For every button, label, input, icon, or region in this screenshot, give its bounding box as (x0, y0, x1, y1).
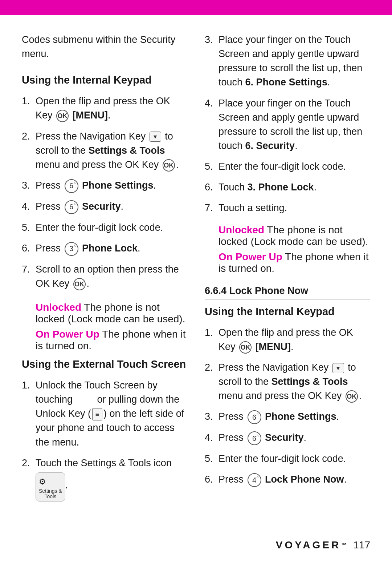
list-item: 6. Touch 3. Phone Lock. (205, 180, 370, 194)
ok-key-icon: OK (163, 159, 175, 172)
trademark: ™ (341, 542, 349, 548)
gear-icon: ⚙ (39, 477, 46, 486)
settings-tools-icon: ⚙ Settings &Tools (36, 472, 65, 501)
brand-name: VOYAGER (276, 539, 341, 551)
list-item: 2. Press the Navigation Key ▾ to scroll … (22, 129, 187, 172)
list-item: 3. Place your finger on the Touch Screen… (205, 33, 370, 90)
ok-key-icon: OK (56, 110, 69, 122)
ok-key-icon: OK (73, 278, 86, 290)
list-item: 5. Enter the four-digit lock code. (205, 452, 370, 466)
unlock-key-icon: ≡ (92, 408, 102, 420)
list-item: 7. Touch a setting. (205, 201, 370, 215)
list-item: 6. Press 4^ Lock Phone Now. (205, 472, 370, 487)
list-item: 3. Press 6^ Phone Settings. (22, 178, 187, 193)
internal-keypad-list: 1. Open the flip and press the OK Key OK… (22, 94, 187, 291)
footer: VOYAGER™ 117 (0, 539, 392, 551)
external-touch-section: Using the External Touch Screen 1. Unloc… (22, 358, 187, 501)
nav-key-icon: ▾ (332, 363, 344, 373)
unlocked-label-right: Unlocked (219, 224, 264, 235)
unlocked-block-right: Unlocked The phone is not locked (Lock m… (219, 224, 370, 274)
num3-key-icon: 3^ (65, 242, 78, 256)
list-item: 5. Enter the four-digit lock code. (22, 221, 187, 235)
unlocked-block: Unlocked The phone is not locked (Lock m… (36, 302, 187, 352)
list-item: 2. Touch the Settings & Tools icon ⚙ Set… (22, 456, 187, 501)
onpowerup-label-right: On Power Up (219, 251, 282, 262)
list-item: 4. Press 6^ Security. (205, 431, 370, 445)
list-item: 1. Unlock the Touch Screen by touching o… (22, 378, 187, 450)
list-item: 2. Press the Navigation Key ▾ to scroll … (205, 360, 370, 403)
external-touch-heading: Using the External Touch Screen (22, 358, 187, 370)
num6-key-icon: 6^ (65, 179, 78, 193)
internal-keypad-heading-right: Using the Internal Keypad (205, 306, 370, 318)
left-column: Codes submenu within the Security menu. … (22, 33, 187, 512)
num4-key-icon: 4^ (248, 473, 261, 487)
internal-keypad-heading: Using the Internal Keypad (22, 74, 187, 86)
ok-key-icon: OK (346, 390, 358, 403)
nav-key-icon: ▾ (150, 132, 161, 142)
right-column: 3. Place your finger on the Touch Screen… (205, 33, 370, 512)
list-item: 1. Open the flip and press the OK Key OK… (22, 94, 187, 122)
intro-text: Codes submenu within the Security menu. (22, 33, 187, 61)
page-number: 117 (353, 539, 370, 551)
divider (205, 299, 370, 300)
onpowerup-label: On Power Up (36, 329, 99, 340)
section-664-heading: 6.6.4 Lock Phone Now (205, 285, 370, 297)
internal-keypad-section: Using the Internal Keypad 1. Open the fl… (22, 74, 187, 352)
list-item: 1. Open the flip and press the OK Key OK… (205, 326, 370, 354)
list-item: 4. Place your finger on the Touch Screen… (205, 96, 370, 153)
list-item: 3. Press 6^ Phone Settings. (205, 410, 370, 424)
internal-keypad-list-right: 1. Open the flip and press the OK Key OK… (205, 326, 370, 487)
num6-key-icon: 6^ (248, 431, 261, 445)
top-bar (0, 0, 392, 15)
num6-key-icon: 6^ (65, 200, 78, 214)
num6-key-icon: 6^ (248, 410, 261, 424)
list-item: 6. Press 3^ Phone Lock. (22, 241, 187, 256)
right-steps-list: 3. Place your finger on the Touch Screen… (205, 33, 370, 215)
external-touch-list: 1. Unlock the Touch Screen by touching o… (22, 378, 187, 501)
unlocked-label: Unlocked (36, 302, 81, 313)
list-item: 5. Enter the four-digit lock code. (205, 160, 370, 174)
list-item: 4. Press 6^ Security. (22, 200, 187, 214)
ok-key-icon: OK (239, 341, 252, 354)
list-item: 7. Scroll to an option then press the OK… (22, 262, 187, 291)
